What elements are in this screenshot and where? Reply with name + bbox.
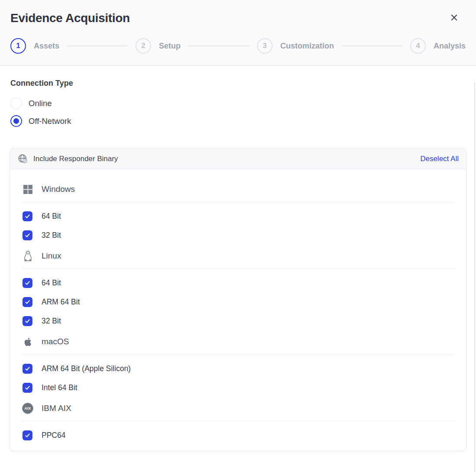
connection-type-radio-group: OnlineOff-Network (10, 94, 466, 130)
checkbox-checked[interactable] (23, 211, 32, 221)
deselect-all-link[interactable]: Deselect All (420, 155, 459, 163)
step-customization[interactable]: 3Customization (257, 38, 334, 54)
scrollbar-track[interactable] (474, 82, 475, 472)
step-analysis[interactable]: 4Analysis (410, 38, 466, 54)
connection-type-heading: Connection Type (10, 79, 466, 88)
close-button[interactable] (448, 13, 460, 24)
step-connector (188, 45, 249, 46)
os-name: Windows (42, 184, 75, 194)
step-label: Assets (34, 42, 59, 51)
binary-option-label: Intel 64 Bit (42, 383, 77, 392)
globe-off-icon (17, 153, 28, 164)
step-number: 2 (135, 38, 151, 54)
os-name: macOS (42, 337, 69, 346)
step-label: Setup (159, 42, 180, 51)
checkbox-checked[interactable] (23, 364, 32, 374)
step-number: 3 (257, 38, 273, 54)
binary-option-label: 32 Bit (42, 231, 61, 240)
radio-option-off-network[interactable]: Off-Network (10, 112, 466, 130)
os-group-divider (22, 421, 455, 421)
responder-binary-panel-header: Include Responder Binary Deselect All (10, 149, 466, 169)
checkbox-checked[interactable] (23, 316, 32, 326)
checkbox-checked[interactable] (23, 278, 32, 288)
binary-option-row[interactable]: ARM 64 Bit (22, 297, 455, 307)
responder-binary-panel: Include Responder Binary Deselect All Wi… (10, 148, 466, 451)
checkbox-checked[interactable] (23, 297, 32, 307)
content-area: Connection Type OnlineOff-Network Includ… (0, 79, 476, 451)
apple-icon (22, 337, 33, 347)
binary-option-row[interactable]: PPC64 (22, 430, 455, 440)
os-group-divider (22, 202, 455, 202)
step-setup[interactable]: 2Setup (135, 38, 180, 54)
radio-selected[interactable] (10, 115, 22, 127)
binary-option-label: 64 Bit (42, 212, 61, 221)
linux-icon (22, 250, 33, 262)
os-group-header-ibm-aix: AIXIBM AIX (22, 400, 455, 417)
step-number: 1 (10, 38, 26, 54)
modal-header: Evidence Acquisition 1Assets2Setup3Custo… (0, 0, 476, 66)
binary-option-row[interactable]: 32 Bit (22, 316, 455, 326)
step-label: Analysis (434, 42, 466, 51)
step-connector (67, 45, 128, 46)
page-title: Evidence Acquisition (10, 11, 130, 25)
binary-option-label: ARM 64 Bit (42, 297, 80, 307)
close-icon (450, 13, 458, 23)
os-group-header-linux: Linux (22, 247, 455, 265)
checkbox-checked[interactable] (23, 230, 32, 240)
step-number: 4 (410, 38, 426, 54)
os-name: IBM AIX (42, 404, 71, 413)
binary-option-label: 32 Bit (42, 317, 61, 326)
step-connector (342, 45, 402, 46)
radio-label: Online (29, 99, 51, 108)
binary-option-label: 64 Bit (42, 278, 61, 288)
checkbox-checked[interactable] (23, 430, 32, 440)
os-group-divider (22, 354, 455, 355)
os-group-header-windows: Windows (22, 181, 455, 198)
binary-option-row[interactable]: 64 Bit (22, 211, 455, 221)
responder-binary-panel-body: Windows64 Bit32 BitLinux64 BitARM 64 Bit… (10, 169, 466, 451)
binary-option-row[interactable]: Intel 64 Bit (22, 383, 455, 393)
windows-icon (22, 185, 33, 194)
os-group-header-macos: macOS (22, 333, 455, 350)
radio-label: Off-Network (29, 116, 71, 126)
radio-unselected[interactable] (10, 97, 22, 109)
binary-option-row[interactable]: 64 Bit (22, 278, 455, 288)
radio-option-online[interactable]: Online (10, 94, 466, 112)
binary-option-row[interactable]: 32 Bit (22, 230, 455, 240)
responder-binary-panel-title: Include Responder Binary (33, 155, 118, 163)
aix-icon: AIX (22, 403, 33, 414)
checkbox-checked[interactable] (23, 383, 32, 393)
wizard-stepper: 1Assets2Setup3Customization4Analysis (10, 38, 466, 54)
binary-option-row[interactable]: ARM 64 Bit (Apple Silicon) (22, 364, 455, 374)
binary-option-label: ARM 64 Bit (Apple Silicon) (42, 364, 131, 373)
step-label: Customization (280, 42, 334, 51)
os-group-divider (22, 268, 455, 269)
radio-dot (13, 118, 19, 124)
step-assets[interactable]: 1Assets (10, 38, 59, 54)
binary-option-label: PPC64 (42, 431, 65, 440)
os-name: Linux (42, 251, 61, 261)
